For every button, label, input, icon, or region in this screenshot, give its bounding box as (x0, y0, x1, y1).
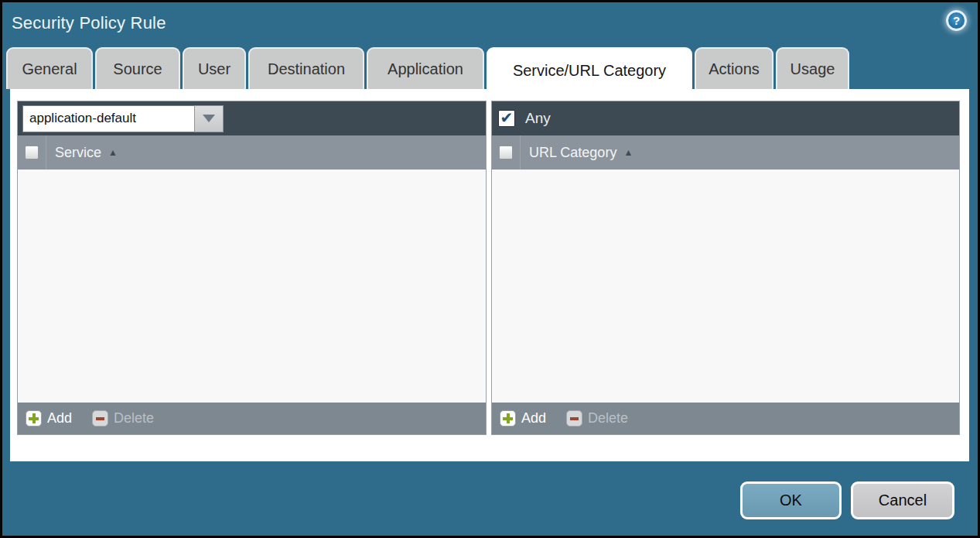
tab-user[interactable]: User (183, 47, 246, 89)
tab-bar: General Source User Destination Applicat… (6, 47, 849, 89)
cancel-button[interactable]: Cancel (851, 481, 954, 519)
delete-label: Delete (114, 410, 154, 427)
url-category-any-bar: ✔ Any (492, 101, 959, 135)
service-column-header: ✔ Service ▲ (18, 135, 486, 170)
url-category-column-label[interactable]: URL Category (529, 145, 616, 161)
tab-service-url-category[interactable]: Service/URL Category (487, 47, 692, 92)
url-category-panel: ✔ Any ✔ URL Category ▲ Add Delete (491, 101, 960, 435)
tab-general[interactable]: General (6, 47, 93, 89)
tab-content: ✔ Service ▲ Add Delete ✔ Any (10, 89, 969, 461)
service-list (18, 170, 486, 403)
any-checkbox-label: Any (525, 110, 551, 127)
minus-icon (566, 410, 582, 427)
url-category-select-all-checkbox[interactable]: ✔ (499, 146, 513, 159)
service-column-label[interactable]: Service (55, 145, 101, 161)
service-type-dropdown-button[interactable] (194, 105, 224, 132)
minus-icon (92, 410, 108, 427)
url-category-toolbar: Add Delete (492, 403, 959, 434)
tab-destination[interactable]: Destination (248, 47, 364, 89)
url-category-delete-button[interactable]: Delete (566, 410, 628, 427)
tab-source[interactable]: Source (95, 47, 180, 89)
service-toolbar: Add Delete (18, 403, 486, 434)
add-label: Add (47, 410, 72, 427)
sort-asc-icon: ▲ (108, 147, 118, 158)
tab-usage[interactable]: Usage (776, 47, 849, 89)
title-bar: Security Policy Rule ? (2, 2, 978, 47)
help-icon[interactable]: ? (946, 10, 967, 31)
service-dropdown-bar (18, 101, 486, 135)
url-category-column-header: ✔ URL Category ▲ (492, 135, 959, 170)
chevron-down-icon (203, 115, 215, 122)
url-category-list (492, 170, 959, 403)
service-add-button[interactable]: Add (26, 410, 72, 427)
tab-actions[interactable]: Actions (695, 47, 773, 89)
security-policy-rule-dialog: Security Policy Rule ? General Source Us… (0, 0, 980, 538)
service-delete-button[interactable]: Delete (92, 410, 154, 427)
url-category-add-button[interactable]: Add (500, 410, 546, 427)
tab-application[interactable]: Application (367, 47, 484, 89)
check-icon: ✔ (500, 110, 514, 125)
add-label: Add (521, 410, 546, 427)
service-select-all-checkbox[interactable]: ✔ (25, 146, 39, 159)
plus-icon (500, 410, 516, 427)
service-panel: ✔ Service ▲ Add Delete (17, 101, 487, 435)
delete-label: Delete (588, 410, 628, 427)
service-type-dropdown (22, 105, 224, 132)
url-category-select-all-cell: ✔ (492, 135, 521, 170)
service-type-input[interactable] (22, 105, 194, 132)
dialog-title: Security Policy Rule (12, 13, 166, 33)
ok-button[interactable]: OK (740, 481, 842, 519)
sort-asc-icon: ▲ (623, 147, 633, 158)
any-checkbox[interactable]: ✔ (498, 110, 515, 127)
service-select-all-cell: ✔ (18, 135, 46, 170)
plus-icon (26, 410, 42, 427)
